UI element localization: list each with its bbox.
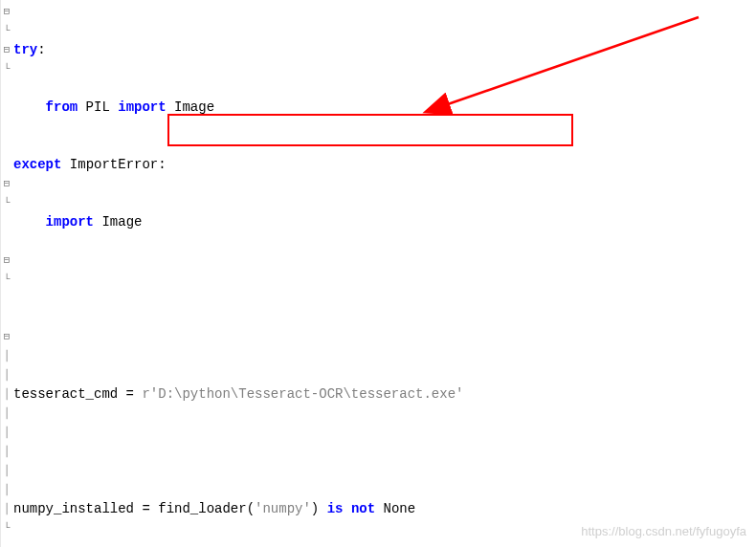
code-editor: ⊟ └ ⊟ └ ⊟ └ ⊟ └ ⊟ │ │ │ │ │ │ │ │ │ └ tr…: [0, 0, 756, 547]
watermark-text: https://blog.csdn.net/fyfugoyfa: [581, 522, 746, 541]
code-content: try: from PIL import Image except Import…: [13, 2, 756, 547]
fold-gutter: ⊟ └ ⊟ └ ⊟ └ ⊟ └ ⊟ │ │ │ │ │ │ │ │ │ └: [0, 2, 13, 537]
